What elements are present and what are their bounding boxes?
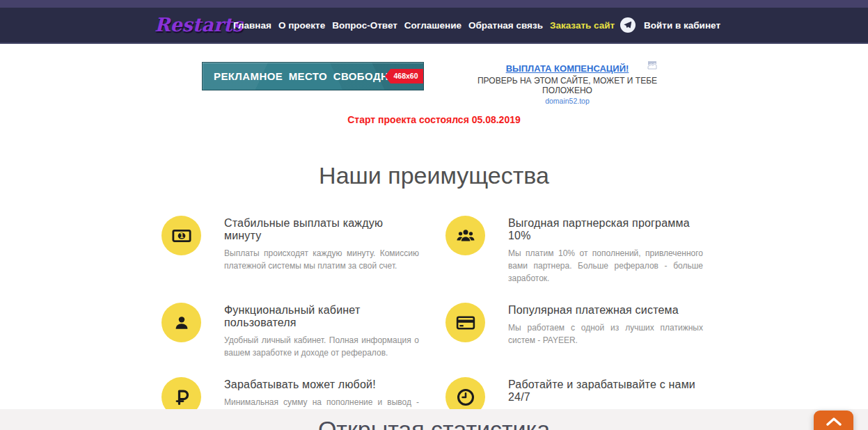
users-icon	[445, 216, 485, 255]
feature-desc: Мы платим 10% от пополнений, привлеченно…	[508, 247, 703, 285]
advantages-grid: 1 Стабильные выплаты каждую минуту Выпла…	[161, 216, 703, 430]
feature-title: Зарабатывать может любой!	[224, 377, 419, 391]
telegram-icon[interactable]	[620, 17, 636, 33]
feature-title: Функциональный кабинет пользователя	[224, 303, 419, 329]
open-statistics-section: Открытая статистика	[0, 409, 868, 430]
chevron-up-icon	[826, 417, 842, 426]
ad-banner-text: РЕКЛАМНОЕ МЕСТО СВОБОДНО	[214, 63, 397, 90]
advantages-heading: Наши преимущества	[0, 162, 868, 189]
scroll-to-top-button[interactable]	[814, 411, 853, 430]
nav-item-faq[interactable]: Вопрос-Ответ	[332, 20, 397, 31]
login-link[interactable]: Войти в кабинет	[644, 20, 720, 31]
feature-title: Стабильные выплаты каждую минуту	[224, 216, 419, 242]
navbar: Restarts Главная О проекте Вопрос-Ответ …	[0, 8, 868, 44]
ad-banner[interactable]: РЕКЛАМНОЕ МЕСТО СВОБОДНО 468x60	[202, 62, 424, 90]
feature-payment-system: Популярная платежная система Мы работаем…	[445, 303, 703, 359]
feature-stable-payouts: 1 Стабильные выплаты каждую минуту Выпла…	[161, 216, 419, 285]
top-strip	[0, 0, 868, 8]
feature-title: Выгодная партнерская программа 10%	[508, 216, 703, 242]
project-start-notice: Старт проекта состоялся 05.08.2019	[0, 114, 868, 125]
nav-item-home[interactable]: Главная	[233, 20, 271, 31]
nav-item-feedback[interactable]: Обратная связь	[468, 20, 543, 31]
nav-item-order-site[interactable]: Заказать сайт	[550, 20, 615, 31]
broken-image-icon	[647, 60, 657, 72]
feature-desc: Выплаты происходят каждую минуту. Комисс…	[224, 247, 419, 272]
statistics-heading: Открытая статистика	[0, 409, 868, 430]
main-nav: Главная О проекте Вопрос-Ответ Соглашени…	[233, 8, 636, 42]
compensation-subtitle: ПРОВЕРЬ НА ЭТОМ САЙТЕ, МОЖЕТ И ТЕБЕ ПОЛО…	[456, 76, 679, 95]
compensation-title-link[interactable]: ВЫПЛАТА КОМПЕНСАЦИЙ!	[456, 63, 679, 74]
money-bill-icon: 1	[161, 216, 201, 255]
nav-item-agreement[interactable]: Соглашение	[404, 20, 461, 31]
feature-user-cabinet: Функциональный кабинет пользователя Удоб…	[161, 303, 419, 359]
feature-desc: Мы работаем с одной из лучших платижных …	[508, 321, 703, 347]
credit-card-icon	[445, 303, 485, 342]
site-logo[interactable]: Restarts	[155, 14, 243, 35]
compensation-domain-link[interactable]: domain52.top	[456, 97, 679, 105]
user-icon	[161, 303, 201, 342]
feature-desc: Удобный личный кабинет. Полная информаци…	[224, 334, 419, 359]
compensation-ad: ВЫПЛАТА КОМПЕНСАЦИЙ! ПРОВЕРЬ НА ЭТОМ САЙ…	[456, 63, 679, 105]
svg-text:1: 1	[179, 232, 183, 239]
ad-banner-size-badge: 468x60	[385, 69, 423, 83]
page: Restarts Главная О проекте Вопрос-Ответ …	[0, 0, 868, 430]
feature-title: Работайте и зарабатывайте с нами 24/7	[508, 377, 703, 404]
telegram-plane-icon	[624, 21, 632, 29]
feature-referral-program: Выгодная партнерская программа 10% Мы пл…	[445, 216, 703, 285]
nav-item-about[interactable]: О проекте	[278, 20, 325, 31]
feature-title: Популярная платежная система	[508, 303, 703, 317]
